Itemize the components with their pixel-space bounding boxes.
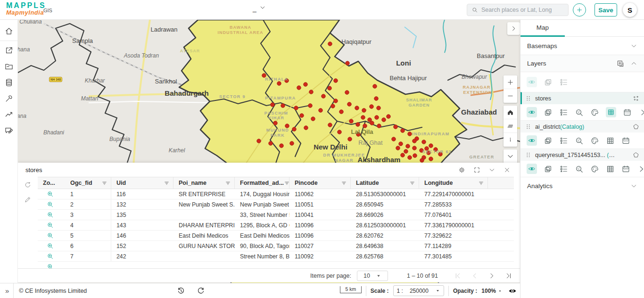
visibility-icon[interactable] — [527, 107, 537, 117]
layer-row-queryresult[interactable]: queryresult_1751445153... (Catalog) — [520, 149, 644, 161]
legend-icon[interactable] — [559, 165, 568, 174]
collapse-panel-icon[interactable] — [488, 166, 495, 174]
more-tools-icon[interactable] — [638, 108, 644, 117]
zoom-to-feature-icon[interactable] — [38, 201, 65, 208]
feedback-icon[interactable] — [4, 126, 14, 135]
analytics-icon[interactable] — [4, 110, 14, 119]
table-row[interactable]: 4143DHARAM ENTERPRI...1295, Block A, GD … — [38, 220, 514, 231]
visibility-icon[interactable] — [527, 164, 537, 174]
table-row[interactable]: 5146East Delhi MedicosEast Delhi Medicos… — [38, 231, 514, 241]
controls-collapse-button[interactable] — [504, 149, 517, 163]
attribute-table-icon[interactable] — [606, 107, 616, 117]
search-input[interactable]: Search places or Lat, Long — [467, 4, 569, 16]
zoom-to-feature-icon[interactable] — [38, 222, 65, 229]
style-palette-icon[interactable] — [590, 136, 599, 145]
filter-icon[interactable] — [225, 180, 231, 186]
table-row-partial[interactable] — [38, 262, 514, 268]
zoom-to-feature-icon[interactable] — [38, 242, 65, 249]
opacity-stepper[interactable]: 100% — [481, 288, 503, 294]
legend-icon[interactable] — [559, 78, 568, 87]
table-row[interactable]: 1116SR ENTERPRISE174, Duggal Housin...11… — [38, 189, 514, 199]
folder-icon[interactable] — [4, 62, 14, 71]
sidebar-expand-icon[interactable]: » — [5, 287, 9, 295]
app-logo[interactable]: MAPPLS MapmyIndia — [6, 2, 46, 16]
zoom-to-feature-icon[interactable] — [38, 211, 65, 218]
drag-handle-icon[interactable] — [525, 95, 532, 102]
home-extent-button[interactable] — [504, 106, 517, 119]
chevron-down-icon — [630, 182, 637, 190]
timeline-icon[interactable] — [621, 165, 630, 174]
layers-section-header[interactable]: Layers — [520, 55, 644, 72]
user-avatar[interactable]: S — [623, 3, 637, 17]
duplicate-layer-icon[interactable] — [544, 78, 553, 87]
filter-icon[interactable] — [101, 180, 107, 186]
filter-icon[interactable] — [164, 180, 170, 186]
table-row[interactable]: 2132New Punjab Sweet S...New Punjab Swee… — [38, 199, 514, 210]
refresh-table-icon[interactable] — [24, 181, 32, 189]
style-palette-icon[interactable] — [590, 108, 599, 117]
edit-table-icon[interactable] — [24, 196, 32, 203]
layer-row-stores[interactable]: stores — [520, 92, 644, 104]
filter-icon[interactable] — [478, 180, 484, 186]
add-button[interactable] — [573, 3, 586, 17]
basemaps-section-header[interactable]: Basemaps — [520, 37, 644, 55]
legend-icon[interactable] — [559, 136, 568, 145]
fullscreen-icon[interactable] — [473, 166, 480, 174]
table-row[interactable]: 6152GURU NANAK STORE90, Block AD, Tagore… — [38, 241, 514, 251]
database-icon[interactable] — [4, 78, 14, 87]
close-panel-icon[interactable] — [504, 166, 511, 174]
table-cell: 77.114289 — [419, 243, 488, 249]
filter-icon[interactable] — [341, 180, 347, 186]
layer-row-ai-district[interactable]: ai_district(Catalog) — [520, 120, 644, 132]
table-row[interactable]: 313533, Street Number 5,...11004128.6690… — [38, 210, 514, 220]
next-page-button[interactable] — [488, 272, 495, 280]
drag-handle-icon[interactable] — [525, 123, 532, 130]
timeline-icon[interactable] — [623, 108, 632, 117]
panel-open-button[interactable] — [507, 22, 520, 35]
table-cell: New Punjab Sweet S... — [173, 201, 235, 208]
open-project-icon[interactable] — [4, 46, 14, 55]
attribute-table-icon[interactable] — [606, 136, 615, 145]
zoom-to-feature-icon[interactable] — [38, 190, 65, 198]
attribute-table-icon[interactable] — [606, 165, 615, 174]
info-button[interactable] — [504, 133, 517, 147]
tab-map[interactable]: Map — [520, 20, 565, 37]
visibility-icon[interactable] — [527, 77, 537, 87]
add-layer-icon[interactable] — [616, 59, 625, 68]
more-tools-icon[interactable] — [637, 165, 644, 174]
zoom-to-layer-icon[interactable] — [575, 165, 584, 174]
history-undo-icon[interactable] — [177, 287, 185, 295]
first-page-button[interactable] — [454, 272, 462, 280]
filter-icon[interactable] — [284, 180, 289, 186]
style-palette-icon[interactable] — [590, 165, 599, 174]
last-page-button[interactable] — [505, 272, 512, 280]
tools-icon[interactable] — [4, 94, 14, 103]
duplicate-layer-icon[interactable] — [544, 108, 553, 117]
zoom-out-button[interactable] — [504, 89, 517, 103]
save-button[interactable]: Save — [594, 3, 617, 17]
timeline-icon[interactable] — [621, 136, 630, 145]
drag-handle-icon[interactable] — [525, 151, 532, 158]
layers-toggle-button[interactable] — [504, 119, 517, 133]
items-per-page-select[interactable]: 10 — [357, 271, 388, 281]
zoom-to-layer-icon[interactable] — [575, 108, 584, 117]
scale-select[interactable]: 1 : 250000 — [393, 285, 444, 296]
visibility-eye-icon[interactable] — [508, 287, 517, 295]
filter-icon[interactable] — [409, 180, 415, 186]
legend-icon[interactable] — [559, 108, 568, 117]
table-row[interactable]: 7242Street Number 8, Bl...11009228.62576… — [38, 251, 514, 262]
redo-icon[interactable] — [197, 287, 205, 295]
zoom-to-feature-icon[interactable] — [38, 253, 65, 260]
zoom-to-layer-icon[interactable] — [575, 136, 584, 145]
table-settings-icon[interactable] — [458, 166, 465, 174]
zoom-to-feature-icon[interactable] — [38, 232, 65, 239]
zoom-to-feature-icon[interactable] — [38, 263, 65, 268]
previous-page-button[interactable] — [471, 272, 479, 280]
analytics-section-header[interactable]: Analytics — [520, 177, 644, 195]
zoom-in-button[interactable] — [504, 75, 517, 89]
home-icon[interactable] — [4, 26, 14, 36]
duplicate-layer-icon[interactable] — [544, 136, 553, 145]
duplicate-layer-icon[interactable] — [544, 165, 553, 174]
project-name-dropdown[interactable]: _ — [253, 4, 266, 12]
visibility-icon[interactable] — [527, 135, 537, 146]
